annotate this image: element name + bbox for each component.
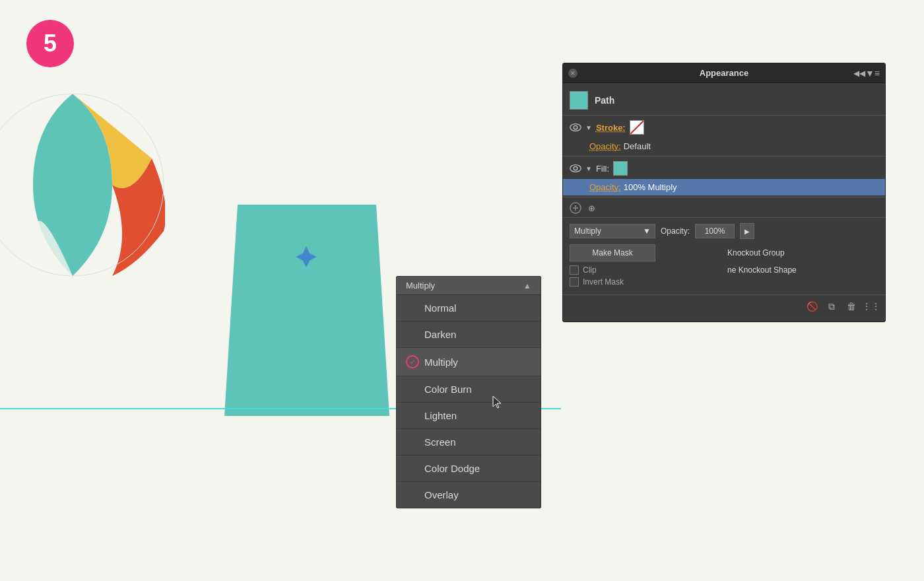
divider-2 (563, 156, 885, 156)
stroke-expand-icon[interactable]: ▼ (585, 124, 592, 131)
blend-option-screen-label: Screen (424, 436, 456, 448)
blend-option-darken-label: Darken (424, 329, 456, 340)
opacity-row-stroke: Opacity: Default (563, 138, 885, 154)
blend-controls-section: Multiply ▼ Opacity: 100% ▶ Make Mask (563, 217, 885, 294)
blend-option-screen[interactable]: Screen (397, 429, 541, 456)
panel-close-button[interactable]: ✕ (568, 69, 578, 78)
mask-section: Make Mask Clip Invert Mask (570, 244, 878, 289)
blend-option-lighten-label: Lighten (424, 410, 457, 421)
blend-option-multiply-label: Multiply (424, 357, 458, 368)
is-knockout-shape-label: ne Knockout Shape (727, 265, 797, 275)
panel-menu-icon[interactable]: ▼≡ (865, 68, 880, 79)
opacity-row-fill-highlight: Opacity: 100% Multiply (563, 179, 885, 195)
blend-popup-header: Multiply ▲ (397, 277, 541, 295)
svg-point-10 (570, 165, 581, 172)
add-label: ⊕ (588, 203, 595, 213)
blend-dropdown-arrow: ▼ (643, 226, 651, 236)
opacity-field-label: Opacity: (661, 226, 690, 236)
panel-title: Appearance (700, 68, 748, 78)
blend-option-darken[interactable]: Darken (397, 322, 541, 348)
blend-mode-value: Multiply (574, 226, 601, 236)
blend-option-overlay-label: Overlay (424, 489, 459, 500)
add-item-icon[interactable] (570, 202, 581, 214)
blend-option-color-dodge-label: Color Dodge (424, 463, 480, 474)
knockout-section: Knockout Group ne Knockout Shape (727, 244, 878, 279)
clip-label: Clip (583, 265, 597, 275)
path-row: Path (563, 87, 885, 114)
path-thumbnail (570, 91, 588, 110)
make-mask-label: Make Mask (592, 248, 632, 257)
blend-mode-dropdown[interactable]: Multiply ▼ (570, 224, 655, 238)
svg-marker-2 (224, 205, 389, 416)
blend-option-color-dodge[interactable]: Color Dodge (397, 456, 541, 482)
canvas-area: 5 ✕ Appearance ◀◀ ▼≡ (0, 0, 924, 581)
svg-point-8 (570, 124, 581, 131)
blend-option-multiply[interactable]: ✓ Multiply (397, 348, 541, 376)
clip-checkbox[interactable] (570, 265, 579, 275)
step-badge: 5 (26, 20, 74, 67)
make-mask-button[interactable]: Make Mask (570, 244, 655, 261)
invert-mask-row: Invert Mask (570, 277, 721, 287)
panel-titlebar: ✕ Appearance ◀◀ ▼≡ (563, 63, 885, 83)
blend-mode-row: Multiply ▼ Opacity: 100% ▶ (570, 223, 878, 239)
copy-icon[interactable]: ⧉ (824, 299, 839, 314)
panel-footer: 🚫 ⧉ 🗑 ⋮⋮ (563, 294, 885, 318)
panel-collapse-icon[interactable]: ◀◀ (853, 69, 865, 78)
blend-option-normal[interactable]: Normal (397, 295, 541, 322)
opacity-input[interactable]: 100% (695, 224, 735, 238)
play-button[interactable]: ▶ (740, 223, 754, 239)
fill-swatch[interactable] (613, 161, 628, 176)
add-row: ⊕ (563, 199, 885, 217)
opacity-value-fill: 100% Multiply (624, 182, 677, 192)
multiply-check-circle: ✓ (406, 355, 419, 368)
invert-mask-checkbox[interactable] (570, 277, 579, 287)
blend-option-lighten[interactable]: Lighten (397, 403, 541, 429)
opacity-label-stroke[interactable]: Opacity: (589, 141, 621, 151)
opacity-field-value: 100% (705, 226, 725, 236)
eye-icon-stroke (570, 123, 581, 132)
blend-mode-popup: Multiply ▲ Normal Darken ✓ Multiply Colo… (396, 276, 541, 508)
step-number: 5 (44, 30, 57, 57)
more-icon[interactable]: ⋮⋮ (864, 299, 878, 314)
invert-mask-label: Invert Mask (583, 277, 624, 287)
svg-point-9 (574, 125, 577, 129)
divider-1 (563, 115, 885, 116)
opacity-label-fill[interactable]: Opacity: (589, 182, 621, 192)
trash-icon[interactable]: 🗑 (844, 299, 859, 314)
svg-rect-3 (304, 254, 309, 259)
opacity-value-stroke: Default (624, 141, 651, 151)
appearance-panel: ✕ Appearance ◀◀ ▼≡ Path ▼ Stroke: (562, 63, 886, 322)
stroke-row: ▼ Stroke: (563, 117, 885, 138)
stroke-label[interactable]: Stroke: (596, 123, 626, 133)
blend-option-color-burn[interactable]: Color Burn (397, 376, 541, 403)
no-entry-icon[interactable]: 🚫 (805, 299, 819, 314)
is-knockout-shape-row: ne Knockout Shape (727, 261, 878, 279)
panel-body: Path ▼ Stroke: Opacity: Default (563, 83, 885, 322)
blend-popup-current: Multiply (406, 281, 435, 290)
blend-option-normal-label: Normal (424, 302, 456, 314)
svg-point-11 (574, 166, 577, 170)
stroke-swatch[interactable] (630, 120, 644, 135)
fill-label[interactable]: Fill: (596, 164, 609, 174)
cup-shape (224, 205, 389, 416)
make-mask-row: Make Mask (570, 244, 721, 261)
knockout-group-label: Knockout Group (727, 248, 785, 257)
path-label: Path (595, 95, 614, 106)
eye-icon-fill (570, 164, 581, 173)
clip-row: Clip (570, 265, 721, 275)
knockout-group-row: Knockout Group (727, 244, 878, 261)
blend-option-color-burn-label: Color Burn (424, 384, 472, 395)
fill-row: ▼ Fill: (563, 158, 885, 179)
fill-expand-icon[interactable]: ▼ (585, 165, 592, 172)
blend-popup-close-arrow[interactable]: ▲ (523, 281, 531, 290)
divider-3 (563, 197, 885, 197)
beach-ball (0, 92, 165, 277)
blend-option-overlay[interactable]: Overlay (397, 482, 541, 508)
mask-controls: Make Mask Clip Invert Mask (570, 244, 721, 289)
